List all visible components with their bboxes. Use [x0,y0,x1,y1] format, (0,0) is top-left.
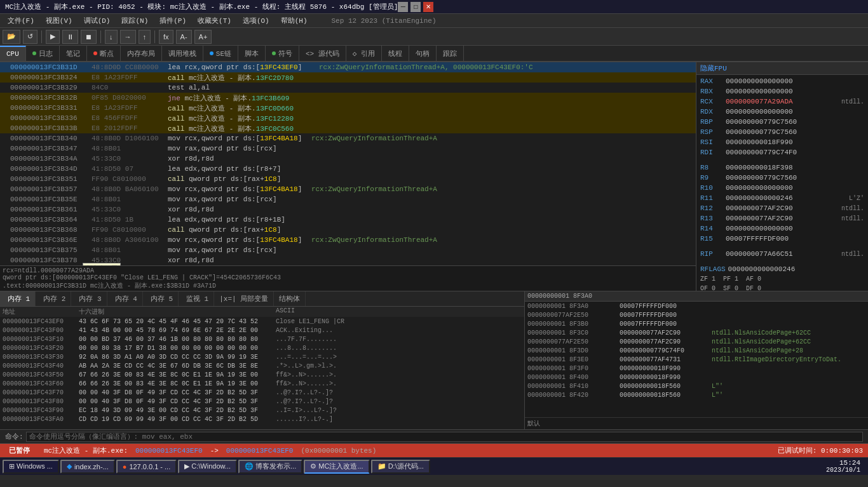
toolbar-open[interactable]: 📂 [3,30,20,44]
mem-tab-4[interactable]: 内存 4 [107,291,143,306]
table-row[interactable]: 000000013FC3B375 48:8B01 mov rax,qword p… [0,245,696,255]
reg-r9: R9 000000000779C7560 [698,173,867,183]
taskbar-cmd[interactable]: ▶ C:\Window... [178,460,237,474]
tab-script[interactable]: 脚本 [238,46,266,61]
mem-row[interactable]: 000000013FC43F40 AB AA 2A 3E CD CC 4C 3E… [0,361,524,370]
menu-trace[interactable]: 跟踪(N) [116,15,153,27]
tab-refs[interactable]: ◇ 引用 [346,46,382,61]
taskbar-x64dbg[interactable]: ⚙ MC注入改造... [304,460,369,474]
toolbar-step-in[interactable]: ↓ [105,30,118,44]
taskbar-browser[interactable]: ● 127.0.0.1 - ... [116,460,177,474]
table-row[interactable]: 000000013FC3B331 E8 1A23FDFF call mc注入改造… [0,103,696,113]
toolbar-run[interactable]: ▶ [46,30,60,44]
log-dot [32,51,36,55]
mem-tab-structs[interactable]: 结构体 [274,291,306,306]
tab-threads[interactable]: 线程 [382,46,409,61]
table-row[interactable]: 000000013FC3B351 FF90 C8010000 call qwor… [0,174,696,184]
mem-tab-3[interactable]: 内存 3 [71,291,107,306]
tab-cpu[interactable]: CPU [0,46,26,61]
menu-file[interactable]: 文件(F) [3,15,39,27]
tab-breakpoints[interactable]: 断点 [87,46,121,61]
mem-row[interactable]: 000000013FC43F80 00 00 40 3F D8 0F 49 3F… [0,397,524,406]
mem-row[interactable]: 000000013FC43F10 00 00 BD 37 46 00 37 46… [0,335,524,344]
tab-notes[interactable]: 笔记 [60,46,87,61]
command-input[interactable] [26,432,863,442]
reg-rbp: RBP 000000000779C7560 [698,117,867,127]
menu-favorites[interactable]: 收藏夹(T) [193,15,236,27]
row-instr: mov rax,qword ptr ds:[rcx] [168,246,696,254]
toolbar-pause[interactable]: ⏸ [62,30,78,44]
mem-row[interactable]: 000000013FC43F50 67 66 26 3E 00 83 4E 3E… [0,370,524,379]
right-mem-footer: 默认 [525,417,868,429]
status-info: mc注入改造 - 副本.exe: [44,446,128,455]
source-tab-label: <> 源代码 [306,49,339,58]
mem-tab-2[interactable]: 内存 2 [36,291,71,306]
toolbar-fx[interactable]: fx [159,30,173,44]
tab-symbols[interactable]: 符号 [266,46,299,61]
toolbar-step-over[interactable]: → [120,30,136,44]
mem-row[interactable]: 000000013FC43F90 EC 18 49 3D 09 49 3E 00… [0,406,524,415]
table-row[interactable]: 000000013FC3B32B 0F85 D8020000 jne mc注入改… [0,93,696,103]
mem-tab-locals[interactable]: |x=| 局部变量 [214,291,274,306]
toolbar-restart[interactable]: ↺ [23,30,37,44]
tab-log[interactable]: 日志 [26,46,60,61]
table-row[interactable]: 000000013FC3B329 84C0 test al,al [0,83,696,93]
structs-label: 结构体 [279,294,300,304]
hide-fpu-label[interactable]: 隐藏FPU [700,65,727,72]
reg-content: RAX 0000000000000000 RBX 000000000000000… [696,75,868,291]
tab-source[interactable]: <> 源代码 [299,46,346,61]
toolbar-font[interactable]: A- [176,30,192,44]
table-row[interactable]: 000000013FC3B34A 45:33C0 xor r8d,r8d [0,154,696,164]
tab-trace[interactable]: 跟踪 [437,46,464,61]
row-addr: 000000013FC3B347 [9,145,92,152]
toolbar-stop[interactable]: ⏹ [81,30,97,44]
minimize-button[interactable]: ─ [398,2,408,12]
table-row[interactable]: 000000013FC3B368 FF90 C8010000 call qwor… [0,225,696,235]
menu-debug[interactable]: 调试(D) [79,15,116,27]
menu-help[interactable]: 帮助(H) [276,15,313,27]
table-row[interactable]: 000000013FC3B33B E8 2012FDFF call mc注入改造… [0,123,696,133]
mem-row[interactable]: 000000013FC43EF0 43 6C 6F 73 65 20 4C 45… [0,317,524,326]
sym-dot [272,51,276,55]
mem-tab-1[interactable]: 内存 1 [0,291,36,306]
table-row[interactable]: 000000013FC3B336 E8 456FFDFF call mc注入改造… [0,113,696,123]
mem-tab-watch[interactable]: 监视 1 [179,291,214,306]
table-row[interactable]: 000000013FC3B347 48:8B01 mov rax,qword p… [0,143,696,154]
toolbar-font2[interactable]: A+ [194,30,212,44]
table-row[interactable]: 000000013FC3B340 48:8B0D D1060100 mov rc… [0,133,696,143]
mem-row[interactable]: 000000013FC43F70 00 00 40 3F D8 0F 49 3F… [0,388,524,397]
taskbar-blog[interactable]: 🌐 博客发布示... [238,460,302,474]
table-row[interactable]: 000000013FC3B361 45:33C0 xor r8d,r8d [0,204,696,215]
row-bytes: 84C0 [92,84,168,91]
tab-callstack[interactable]: 调用堆栈 [162,46,203,61]
taskbar-vscode[interactable]: ◆ index.zh-... [60,460,115,474]
table-row[interactable]: 000000013FC3B36E 48:8B0D A3060100 mov rc… [0,235,696,245]
menu-view[interactable]: 视图(V) [41,15,78,27]
table-row[interactable]: 000000013FC3B364 41:8D50 1B lea edx,qwor… [0,215,696,225]
watch-label: 监视 1 [186,294,208,304]
mem-tab-5[interactable]: 内存 5 [143,291,179,306]
mem-row[interactable]: 000000013FC43F20 00 00 80 38 17 B7 D1 38… [0,344,524,352]
row-instr: call mc注入改造 - 副本.13FC2D780 [168,73,696,83]
taskbar-start[interactable]: ⊞ Windows ... [3,460,59,474]
row-addr: 000000013FC3B32B [9,94,92,102]
mem-row[interactable]: 000000013FC43F00 41 43 4B 00 00 45 78 69… [0,326,524,335]
menu-plugins[interactable]: 插件(P) [154,15,191,27]
table-row[interactable]: 000000013FC3B34D 41:8D50 07 lea edx,qwor… [0,164,696,174]
table-row[interactable]: 000000013FC3B324 E8 1A23FDFF call mc注入改造… [0,72,696,83]
table-row[interactable]: 000000013FC3B357 48:8B0D BA060100 mov rc… [0,184,696,194]
mem-row[interactable]: 000000013FC43F30 92 0A 86 3D A1 A0 A0 3D… [0,352,524,361]
tab-handles[interactable]: 句柄 [409,46,437,61]
tab-se-chain[interactable]: SE链 [203,46,238,61]
taskbar-explorer[interactable]: 📁 D:\源代码... [371,460,430,474]
menu-options[interactable]: 选项(O) [238,15,275,27]
close-button[interactable]: ✕ [423,2,433,12]
table-row[interactable]: 000000013FC3B35E 48:8B01 mov rax,qword p… [0,194,696,204]
taskbar: ⊞ Windows ... ◆ index.zh-... ● 127.0.0.1… [0,457,868,475]
table-row[interactable]: 000000013FC3B31D 48:8D0D CC8B0000 lea rc… [0,62,696,72]
mem-row[interactable]: 000000013FC43F60 66 66 26 3E 00 83 4E 3E… [0,379,524,388]
maximize-button[interactable]: □ [410,2,421,12]
tab-memory-layout[interactable]: 内存布局 [121,46,162,61]
toolbar-step-out[interactable]: ↑ [139,30,151,44]
mem-row[interactable]: 000000013FC43FA0 CD CD 19 CD 09 99 49 3F… [0,415,524,424]
